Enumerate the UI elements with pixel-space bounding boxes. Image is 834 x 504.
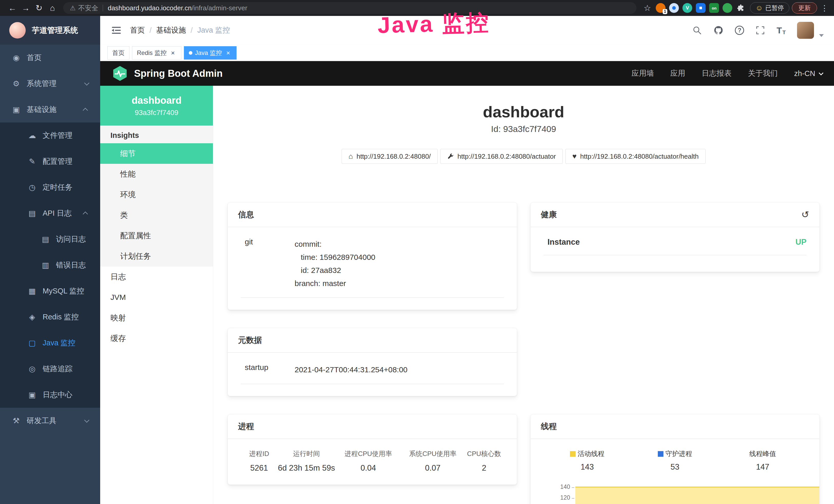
y-axis-tick: 120 xyxy=(560,494,570,501)
browser-menu-icon[interactable]: ⋮ xyxy=(821,4,828,13)
sidebar-item-infrastructure[interactable]: ▣ 基础设施 xyxy=(0,96,100,122)
sba-nav: 应用墙 应用 日志报表 关于我们 zh-CN xyxy=(632,68,822,78)
instance-home-link[interactable]: ⌂ http://192.168.0.2:48080/ xyxy=(342,149,438,164)
process-value: 5261 xyxy=(241,463,278,473)
info-card: 信息 git commit: time: 1596289704000 xyxy=(227,202,517,310)
threads-legend: 活动线程 143 守护进程 xyxy=(544,449,807,472)
sba-nav-about[interactable]: 关于我们 xyxy=(748,68,778,78)
tab-home[interactable]: 首页 xyxy=(107,46,129,60)
sba-nav-wallboard[interactable]: 应用墙 xyxy=(632,68,654,78)
sba-nav-journal[interactable]: 日志报表 xyxy=(702,68,731,78)
instance-health-link[interactable]: ♥ http://192.168.0.2:48080/actuator/heal… xyxy=(565,149,706,164)
bookmark-star-icon[interactable]: ☆ xyxy=(641,1,654,15)
sidebar-item-label: 系统管理 xyxy=(27,78,57,89)
close-icon[interactable]: × xyxy=(224,49,232,56)
sidebar-item-dev-tools[interactable]: ⚒ 研发工具 xyxy=(0,408,100,434)
extensions-puzzle-icon[interactable] xyxy=(736,3,746,13)
breadcrumb-current: Java 监控 xyxy=(197,25,230,36)
extension-icon-switch[interactable]: on xyxy=(709,3,719,13)
github-icon[interactable] xyxy=(713,25,724,36)
sba-nav-applications[interactable]: 应用 xyxy=(671,68,685,78)
sidebar-item-error-logs[interactable]: ▥ 错误日志 xyxy=(0,252,100,278)
extension-icon-vue[interactable]: V xyxy=(682,3,692,13)
app-logo[interactable]: 芋道管理系统 xyxy=(0,16,100,45)
help-icon[interactable]: ? xyxy=(735,26,744,35)
sba-menu-item-mappings[interactable]: 映射 xyxy=(100,307,213,328)
tab-redis-monitor[interactable]: Redis 监控 × xyxy=(132,46,181,60)
sba-menu-item-scheduled-tasks[interactable]: 计划任务 xyxy=(100,246,213,267)
search-icon[interactable] xyxy=(692,25,702,35)
reload-button[interactable]: ↻ xyxy=(32,1,46,15)
process-card-title: 进程 xyxy=(238,421,254,432)
extension-icon-orange[interactable]: 1 xyxy=(656,3,665,13)
instance-actuator-link[interactable]: http://192.168.0.2:48080/actuator xyxy=(440,149,563,164)
avatar-caret-icon xyxy=(819,34,824,37)
url-host: dashboard.yudao.iocoder.cn xyxy=(108,4,192,12)
instance-links: ⌂ http://192.168.0.2:48080/ http://192.1… xyxy=(213,149,834,164)
sidebar-item-redis-monitor[interactable]: ◈ Redis 监控 xyxy=(0,304,100,330)
history-icon[interactable]: ↺ xyxy=(802,210,809,219)
sba-language-select[interactable]: zh-CN xyxy=(794,69,822,78)
sidebar-item-file-mgmt[interactable]: ☁ 文件管理 xyxy=(0,122,100,148)
breadcrumb-infrastructure[interactable]: 基础设施 xyxy=(156,25,186,36)
sidebar-item-log-center[interactable]: ▣ 日志中心 xyxy=(0,382,100,408)
process-col-header: CPU核心数 xyxy=(464,449,504,458)
legend-label: 守护进程 xyxy=(665,449,692,458)
tab-label: Java 监控 xyxy=(195,49,222,57)
sba-instance-header[interactable]: dashboard 93a3fc7f7409 xyxy=(100,86,213,125)
forward-button[interactable]: → xyxy=(19,1,32,15)
sba-menu-item-config-props[interactable]: 配置属性 xyxy=(100,225,213,246)
back-button[interactable]: ← xyxy=(6,1,19,15)
sidebar-item-java-monitor[interactable]: ▢ Java 监控 xyxy=(0,330,100,356)
sidebar-item-mysql-monitor[interactable]: ▦ MySQL 监控 xyxy=(0,278,100,304)
paused-badge[interactable]: ☺ 已暂停 xyxy=(750,2,789,14)
instance-name: dashboard xyxy=(103,95,211,106)
address-bar[interactable]: ⚠ 不安全 dashboard.yudao.iocoder.cn/infra/a… xyxy=(63,2,636,14)
process-col-header: 进程CPU使用率 xyxy=(335,449,401,458)
sba-menu-item-environment[interactable]: 环境 xyxy=(100,184,213,205)
sba-menu-item-jvm[interactable]: JVM xyxy=(100,287,213,307)
sba-main: dashboard Id: 93a3fc7f7409 ⌂ http://192.… xyxy=(213,86,834,504)
edit-icon: ✎ xyxy=(27,157,37,166)
sidebar-collapse-icon[interactable] xyxy=(110,24,122,36)
breadcrumb-separator: / xyxy=(150,26,152,35)
sidebar-item-scheduled-tasks[interactable]: ◷ 定时任务 xyxy=(0,174,100,200)
breadcrumb-home[interactable]: 首页 xyxy=(130,25,145,36)
sidebar-item-trace[interactable]: ◎ 链路追踪 xyxy=(0,356,100,382)
sidebar-item-api-logs[interactable]: ▤ API 日志 xyxy=(0,200,100,226)
timer-icon: ◷ xyxy=(27,183,37,192)
trace-icon: ◎ xyxy=(27,364,37,373)
font-size-icon[interactable]: T T xyxy=(776,25,786,36)
extension-icon-grid[interactable] xyxy=(696,3,706,13)
avatar[interactable] xyxy=(797,22,814,39)
update-button[interactable]: 更新 xyxy=(792,2,817,14)
close-icon[interactable]: × xyxy=(169,49,176,56)
fullscreen-icon[interactable] xyxy=(755,25,765,35)
extension-icon-leaf[interactable] xyxy=(723,3,732,13)
health-card: 健康 ↺ Instance UP xyxy=(530,202,820,272)
app-title: 芋道管理系统 xyxy=(32,25,78,36)
extension-icon-pin[interactable] xyxy=(669,3,679,13)
info-line: commit: xyxy=(294,237,375,251)
wrench-icon xyxy=(447,153,454,160)
sidebar-item-config-mgmt[interactable]: ✎ 配置管理 xyxy=(0,148,100,174)
sba-menu-item-classes[interactable]: 类 xyxy=(100,205,213,225)
sba-frame: Spring Boot Admin 应用墙 应用 日志报表 关于我们 zh-CN xyxy=(100,61,834,504)
dashboard-icon: ◉ xyxy=(11,53,21,62)
sba-menu-item-caches[interactable]: 缓存 xyxy=(100,328,213,349)
sba-menu-item-logs[interactable]: 日志 xyxy=(100,267,213,287)
header-actions: ? T T xyxy=(692,22,824,39)
breadcrumb: 首页 / 基础设施 / Java 监控 xyxy=(130,25,230,36)
metadata-card-title: 元数据 xyxy=(238,335,262,346)
process-col-header: 进程ID xyxy=(241,449,278,458)
tab-java-monitor[interactable]: Java 监控 × xyxy=(184,46,237,60)
sidebar-item-access-logs[interactable]: ▤ 访问日志 xyxy=(0,226,100,252)
tab-label: 首页 xyxy=(112,49,125,57)
sidebar-item-system-mgmt[interactable]: ⚙ 系统管理 xyxy=(0,71,100,96)
home-button[interactable]: ⌂ xyxy=(46,1,59,15)
sidebar-item-home[interactable]: ◉ 首页 xyxy=(0,45,100,71)
annotation-java-monitor: Java 监控 xyxy=(377,7,490,41)
sba-menu-item-performance[interactable]: 性能 xyxy=(100,164,213,184)
sba-menu-item-details[interactable]: 细节 xyxy=(100,143,213,164)
security-warning-label[interactable]: 不安全 xyxy=(78,4,98,13)
